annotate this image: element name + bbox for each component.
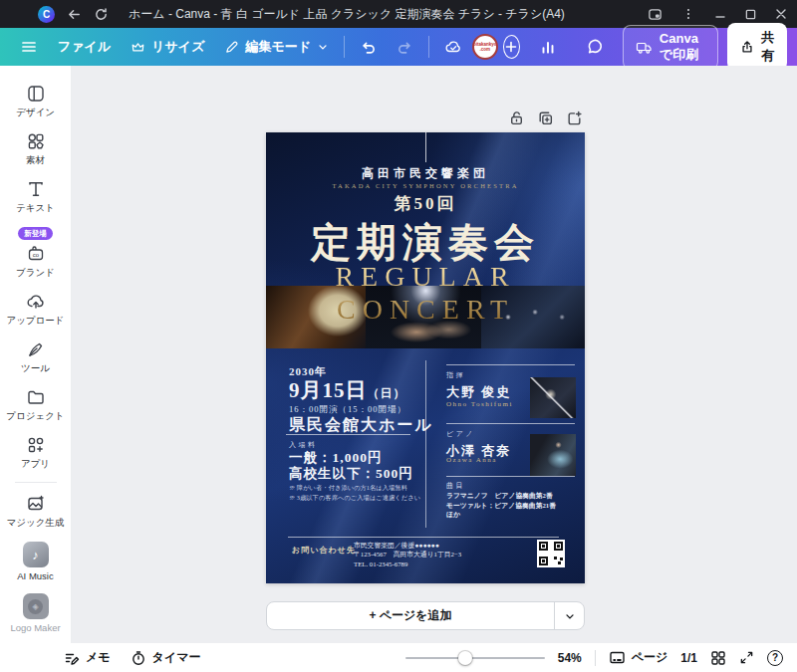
zoom-slider-handle[interactable] <box>458 651 472 665</box>
sidebar-item-elements[interactable]: 素材 <box>0 125 71 173</box>
poster-contact-label: お問い合わせ先 <box>292 545 356 556</box>
page-indicator: 1/1 <box>680 651 697 665</box>
window-minimize-icon[interactable] <box>714 8 726 20</box>
editor-toolbar: ファイル リサイズ 編集モード oitakankyo .com <box>0 28 797 66</box>
poster-column-divider <box>425 360 426 528</box>
poster-divider <box>446 476 575 477</box>
crown-icon <box>131 40 145 55</box>
sidebar-item-tools[interactable]: ツール <box>0 334 71 381</box>
poster-date: 9月15日（日） <box>289 376 406 404</box>
page-actions <box>508 110 583 126</box>
pages-icon <box>609 650 626 665</box>
browser-title: ホーム - Canva - 青 白 ゴールド 上品 クラシック 定期演奏会 チラ… <box>129 6 565 23</box>
design-icon <box>26 84 46 104</box>
poster-price-student: 高校生以下：500円 <box>289 465 413 483</box>
notes-button[interactable]: メモ <box>64 649 111 666</box>
sidebar-item-magic-media[interactable]: マジック生成 <box>0 488 71 536</box>
ai-music-icon: ♪ <box>23 542 49 567</box>
poster-program-label: 曲目 <box>446 481 465 491</box>
poster-program: ラフマニノフ ピアノ協奏曲第2番 モーツァルト：ピアノ協奏曲第21番 ほか <box>446 491 556 520</box>
poster-divider <box>288 537 559 538</box>
poster-subtitle: REGULARCONCERT <box>266 260 585 326</box>
zoom-slider[interactable] <box>405 651 545 665</box>
add-page-bar: + ページを追加 <box>266 601 585 630</box>
zoom-level: 54% <box>558 651 582 665</box>
main-menu-button[interactable] <box>10 32 48 62</box>
share-button[interactable]: 共有 <box>727 23 787 71</box>
poster-orchestra-name: 高田市民交響楽団 <box>266 165 585 182</box>
back-icon[interactable] <box>67 7 82 22</box>
sidebar-divider <box>15 482 57 483</box>
apps-icon <box>26 435 46 455</box>
toolbar-separator <box>344 36 345 58</box>
file-menu-button[interactable]: ファイル <box>48 32 121 62</box>
add-page-icon[interactable] <box>566 110 583 126</box>
poster-contact-info: 市民交響楽団／後援●●●●●● 〒123-4567 高田市大通り1丁目2−3 T… <box>354 541 461 568</box>
timer-button[interactable]: タイマー <box>131 649 201 666</box>
statusbar-divider <box>595 650 596 666</box>
share-icon <box>740 40 754 54</box>
help-button[interactable]: ? <box>767 650 783 666</box>
logo-maker-icon: ◈ <box>23 593 49 619</box>
poster-deco-line <box>425 132 426 162</box>
add-page-dropdown-button[interactable] <box>554 602 584 629</box>
undo-button[interactable] <box>350 33 387 62</box>
insights-button[interactable] <box>529 32 567 62</box>
truck-icon <box>636 40 653 55</box>
pencil-icon <box>224 40 239 55</box>
brand-icon: co <box>26 244 46 264</box>
pen-tool-icon <box>26 339 46 359</box>
poster-divider <box>286 434 410 435</box>
sidebar-item-text[interactable]: テキスト <box>0 173 71 221</box>
upload-cloud-icon <box>26 292 46 312</box>
elements-icon <box>26 131 46 151</box>
status-bar: メモ タイマー 54% ページ 1/1 ? <box>0 643 797 672</box>
sidebar-item-brand[interactable]: 新登場 co ブランド <box>0 221 71 286</box>
invite-member-button[interactable] <box>503 35 520 59</box>
sidebar-item-apps[interactable]: アプリ <box>0 429 71 477</box>
grid-view-icon[interactable] <box>710 650 726 666</box>
conductor-photo <box>530 377 576 418</box>
edit-mode-button[interactable]: 編集モード <box>214 32 339 62</box>
browser-menu-icon[interactable] <box>681 7 695 21</box>
poster-divider <box>446 364 575 365</box>
sidebar-item-ai-music[interactable]: ♪ AI Music <box>0 536 71 587</box>
poster-divider <box>446 423 575 424</box>
sidebar-item-uploads[interactable]: アップロード <box>0 286 71 334</box>
print-with-canva-button[interactable]: Canvaで印刷 <box>623 25 718 70</box>
comments-button[interactable] <box>576 32 614 62</box>
pages-view-button[interactable]: ページ <box>609 649 668 666</box>
toolbar-separator <box>428 36 429 58</box>
poster-conductor-label: 指揮 <box>446 370 465 380</box>
sidebar-item-projects[interactable]: プロジェクト <box>0 381 71 429</box>
window-maximize-icon[interactable] <box>745 9 756 20</box>
chevron-down-icon <box>317 41 329 53</box>
add-page-button[interactable]: + ページを追加 <box>267 607 554 624</box>
notes-icon <box>64 650 80 666</box>
lock-icon[interactable] <box>508 110 525 126</box>
window-close-icon[interactable] <box>775 8 787 20</box>
svg-text:co: co <box>32 252 39 258</box>
fullscreen-icon[interactable] <box>739 650 754 665</box>
cloud-saved-icon <box>434 32 472 62</box>
reload-icon[interactable] <box>94 7 109 22</box>
design-page[interactable]: 高田市民交響楽団 TAKADA CITY SYMPHONY ORCHESTRA … <box>266 132 585 583</box>
text-icon <box>26 179 46 199</box>
pianist-photo <box>530 434 576 476</box>
redo-button[interactable] <box>387 33 423 62</box>
object-panel-sidebar: デザイン 素材 テキスト 新登場 co ブランド アップロード ツール プロジェ… <box>0 66 72 643</box>
poster-conductor-name-en: Ohno Toshifumi <box>446 400 513 408</box>
sidebar-item-design[interactable]: デザイン <box>0 78 71 125</box>
sidebar-item-logo-maker[interactable]: ◈ Logo Maker <box>0 587 71 639</box>
qr-code <box>537 540 565 567</box>
folder-icon <box>26 387 46 407</box>
resize-button[interactable]: リサイズ <box>121 32 214 62</box>
duplicate-page-icon[interactable] <box>537 110 554 126</box>
poster-notes: ※ 障がい者・付き添いの方1名は入場無料 ※ 3歳以下の客席へのご入場はご遠慮く… <box>289 483 420 502</box>
account-avatar[interactable]: oitakankyo .com <box>472 34 498 60</box>
browser-pip-icon[interactable] <box>648 7 663 22</box>
poster-orchestra-name-en: TAKADA CITY SYMPHONY ORCHESTRA <box>266 182 585 189</box>
poster-piano-name-en: Ozawa Anna <box>446 456 497 464</box>
timer-icon <box>131 650 146 666</box>
new-badge: 新登場 <box>18 227 53 240</box>
